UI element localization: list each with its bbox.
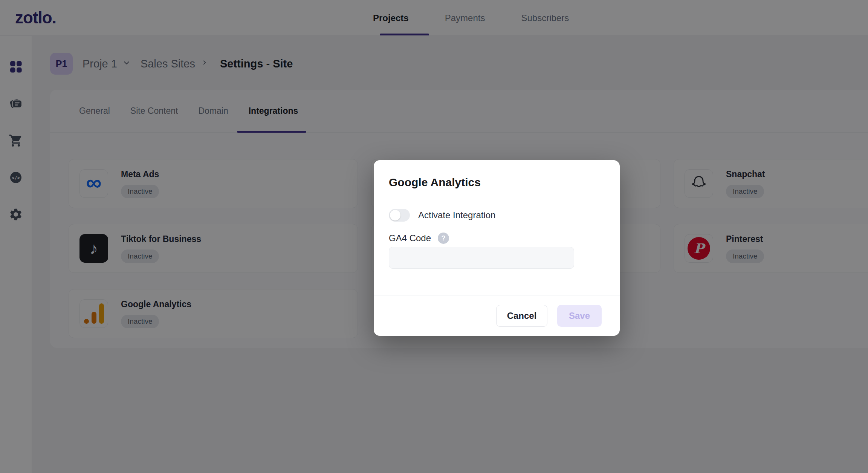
save-button[interactable]: Save <box>557 305 602 327</box>
help-icon[interactable]: ? <box>438 233 449 244</box>
activate-toggle-row: Activate Integration <box>389 209 495 222</box>
toggle-label: Activate Integration <box>418 210 495 220</box>
google-analytics-modal: Google Analytics Activate Integration GA… <box>374 160 620 336</box>
modal-footer: Cancel Save <box>374 295 620 336</box>
ga4-code-label: GA4 Code <box>389 233 431 243</box>
activate-integration-toggle[interactable] <box>389 209 410 222</box>
ga4-code-label-row: GA4 Code ? <box>389 233 449 244</box>
ga4-code-input[interactable] <box>389 247 574 269</box>
toggle-knob <box>390 210 400 220</box>
modal-title: Google Analytics <box>389 176 481 189</box>
cancel-button[interactable]: Cancel <box>496 305 547 327</box>
